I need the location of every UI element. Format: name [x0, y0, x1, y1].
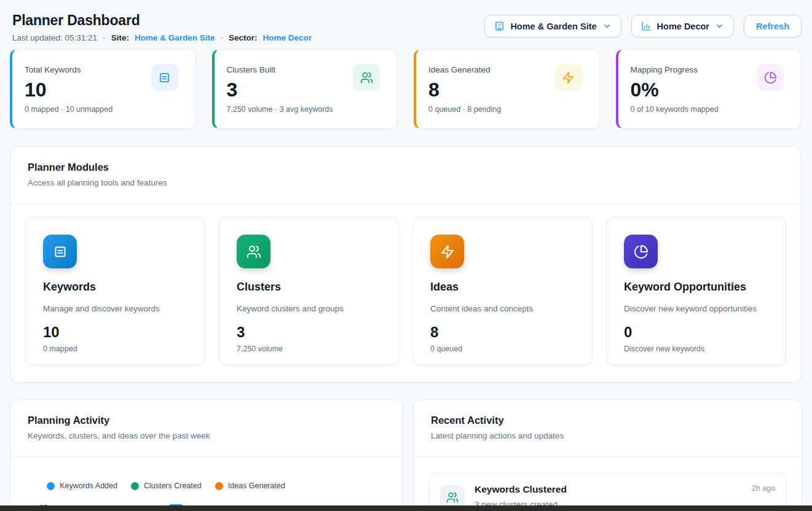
recent-activity-subtitle: Latest planning actions and updates	[431, 431, 784, 440]
module-card-clusters[interactable]: Clusters Keyword clusters and groups 3 7…	[219, 217, 399, 365]
legend-dot-icon	[47, 482, 55, 490]
document-icon	[151, 64, 178, 91]
page-title: Planner Dashboard	[12, 12, 312, 29]
modules-subtitle: Access all planning tools and features	[28, 178, 784, 187]
module-title: Clusters	[237, 281, 382, 294]
planner-dashboard-page: Planner Dashboard Last updated: 05:31:21…	[0, 0, 812, 511]
last-updated-text: Last updated: 05:31:21	[12, 33, 97, 42]
users-icon	[237, 235, 270, 268]
bolt-icon	[430, 235, 464, 268]
legend-label: Keywords Added	[60, 482, 117, 490]
recent-activity-header: Recent Activity Latest planning actions …	[414, 400, 802, 456]
module-title: Ideas	[430, 281, 576, 294]
recent-activity-panel: Recent Activity Latest planning actions …	[413, 399, 802, 511]
sector-label: Sector:	[229, 33, 258, 42]
document-icon	[43, 235, 77, 268]
module-value: 8	[430, 325, 576, 340]
module-description: Content ideas and concepts	[430, 304, 576, 313]
legend-label: Clusters Created	[144, 482, 202, 490]
activity-item-title: Keywords Clustered	[475, 484, 567, 495]
module-sub: 0 queued	[430, 345, 576, 353]
building-icon	[494, 21, 505, 31]
module-sub: Discover new keywords	[624, 345, 770, 353]
module-description: Keyword clusters and groups	[237, 304, 382, 313]
module-card-keyword-opportunities[interactable]: Keyword Opportunities Discover new keywo…	[606, 217, 786, 365]
divider	[414, 456, 802, 457]
chevron-down-icon	[715, 21, 724, 31]
module-description: Manage and discover keywords	[43, 304, 189, 313]
bottom-row: Planning Activity Keywords, clusters, an…	[10, 399, 802, 511]
module-value: 3	[237, 325, 382, 340]
bolt-icon	[555, 64, 582, 91]
legend-label: Ideas Generated	[228, 482, 285, 490]
sector-selector-dropdown[interactable]: Home Decor	[631, 15, 734, 37]
planning-activity-title: Planning Activity	[28, 415, 385, 426]
header-left: Planner Dashboard Last updated: 05:31:21…	[12, 12, 312, 42]
refresh-button[interactable]: Refresh	[744, 15, 802, 37]
module-sub: 0 mapped	[43, 345, 189, 353]
module-value: 10	[43, 325, 189, 340]
stat-card-mapping-progress: Mapping Progress 0% 0 of 10 keywords map…	[616, 49, 802, 129]
stat-card-total-keywords: Total Keywords 10 0 mapped · 10 unmapped	[10, 49, 196, 129]
pie-chart-icon	[757, 64, 784, 91]
stat-sub: 7,250 volume · 3 avg keywords	[227, 105, 387, 114]
users-icon	[353, 64, 380, 91]
sector-link[interactable]: Home Decor	[262, 33, 312, 42]
stats-row: Total Keywords 10 0 mapped · 10 unmapped…	[10, 49, 802, 129]
stat-card-clusters-built: Clusters Built 3 7,250 volume · 3 avg ke…	[212, 49, 398, 129]
planning-activity-subtitle: Keywords, clusters, and ideas over the p…	[28, 431, 385, 440]
planning-activity-header: Planning Activity Keywords, clusters, an…	[10, 400, 403, 456]
module-card-ideas[interactable]: Ideas Content ideas and concepts 8 0 que…	[412, 217, 593, 365]
modules-panel-header: Planner Modules Access all planning tool…	[10, 147, 801, 203]
chevron-down-icon	[602, 21, 612, 31]
legend-item-keywords-added[interactable]: Keywords Added	[47, 482, 117, 490]
legend-item-ideas-generated[interactable]: Ideas Generated	[215, 482, 285, 490]
site-link[interactable]: Home & Garden Site	[135, 33, 215, 42]
stat-sub: 0 of 10 keywords mapped	[631, 105, 790, 114]
legend-dot-icon	[215, 482, 223, 490]
page-header: Planner Dashboard Last updated: 05:31:21…	[0, 0, 812, 42]
screen-edge-strip	[0, 505, 812, 511]
chart-legend: Keywords Added Clusters Created Ideas Ge…	[0, 457, 362, 490]
modules-title: Planner Modules	[28, 162, 784, 173]
planner-modules-panel: Planner Modules Access all planning tool…	[10, 146, 802, 383]
legend-item-clusters-created[interactable]: Clusters Created	[131, 482, 202, 490]
site-selector-dropdown[interactable]: Home & Garden Site	[484, 15, 621, 37]
header-actions: Home & Garden Site Home Decor Refresh	[484, 15, 802, 37]
site-selector-label: Home & Garden Site	[510, 21, 596, 31]
module-card-keywords[interactable]: Keywords Manage and discover keywords 10…	[25, 217, 205, 365]
meta-separator: ·	[103, 33, 106, 42]
meta-separator: ·	[220, 33, 223, 42]
module-title: Keywords	[43, 281, 189, 294]
pie-chart-icon	[624, 235, 658, 268]
activity-chart: Keywords Added Clusters Created Ideas Ge…	[10, 457, 403, 511]
bar-chart-icon	[641, 21, 652, 31]
site-label: Site:	[111, 33, 129, 42]
stat-card-ideas-generated: Ideas Generated 8 0 queued · 8 pending	[414, 49, 600, 129]
module-title: Keyword Opportunities	[624, 281, 770, 294]
module-description: Discover new keyword opportunities	[624, 304, 770, 313]
meta-row: Last updated: 05:31:21 · Site: Home & Ga…	[12, 33, 312, 42]
stat-sub: 0 queued · 8 pending	[428, 105, 588, 114]
module-value: 0	[624, 325, 770, 340]
planning-activity-panel: Planning Activity Keywords, clusters, an…	[10, 399, 403, 511]
recent-activity-title: Recent Activity	[431, 415, 784, 426]
legend-dot-icon	[131, 482, 139, 490]
module-sub: 7,250 volume	[237, 345, 382, 353]
sector-selector-label: Home Decor	[657, 21, 709, 31]
stat-sub: 0 mapped · 10 unmapped	[25, 105, 184, 114]
activity-item-time: 2h ago	[752, 484, 775, 493]
modules-grid: Keywords Manage and discover keywords 10…	[10, 204, 801, 382]
